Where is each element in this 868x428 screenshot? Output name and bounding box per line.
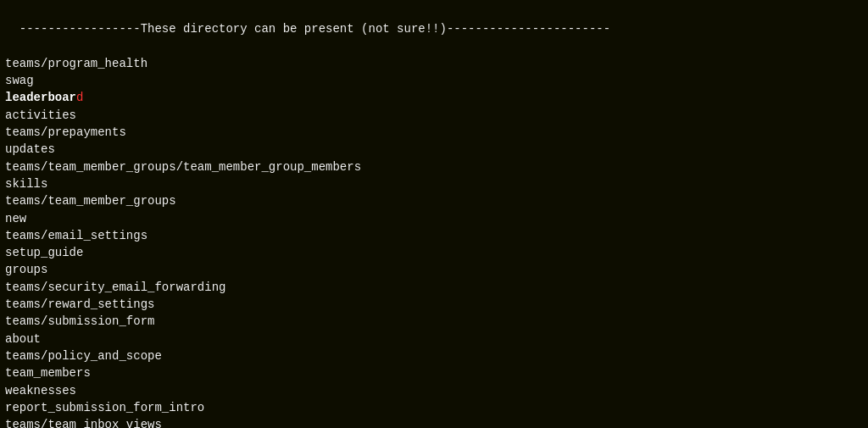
list-item: teams/team_member_groups/team_member_gro…	[5, 158, 863, 175]
entry-text: new	[5, 212, 26, 225]
list-item: setup_guide	[5, 244, 863, 261]
list-item: groups	[5, 261, 863, 278]
entry-text: teams/prepayments	[5, 125, 126, 139]
list-item: teams/team_inbox_views	[5, 416, 863, 428]
list-item: teams/email_settings	[5, 227, 863, 244]
entry-text: teams/team_member_groups	[5, 194, 176, 208]
entry-text: skills	[5, 177, 47, 191]
list-item: report_submission_form_intro	[5, 399, 863, 416]
list-item: leaderboard	[5, 89, 863, 106]
entry-text: swag	[5, 74, 34, 87]
list-item: teams/security_email_forwarding	[5, 279, 863, 296]
list-item: about	[5, 331, 863, 347]
entry-text: teams/team_member_groups/team_member_gro…	[5, 160, 361, 174]
list-item: teams/team_member_groups	[5, 192, 863, 209]
list-item: team_members	[5, 364, 863, 381]
entry-text: setup_guide	[5, 246, 83, 259]
entry-text: activities	[5, 108, 76, 122]
entries-list: teams/program_healthswagleaderboardactiv…	[5, 38, 863, 428]
entry-text: teams/email_settings	[5, 229, 147, 242]
list-item: new	[5, 210, 863, 227]
entry-text: teams/team_inbox_views	[5, 418, 162, 428]
list-item: activities	[5, 107, 863, 124]
list-item: teams/reward_settings	[5, 296, 863, 313]
entry-text: groups	[5, 263, 47, 276]
list-item: updates	[5, 141, 863, 158]
entry-text: report_submission_form_intro	[5, 401, 204, 414]
entry-text: teams/policy_and_scope	[5, 349, 162, 363]
list-item: swag	[5, 72, 863, 89]
entry-text: about	[5, 332, 41, 346]
entry-text: teams/reward_settings	[5, 297, 154, 311]
entry-text: team_members	[5, 366, 91, 380]
list-item: weaknesses	[5, 382, 863, 399]
list-item: teams/submission_form	[5, 313, 863, 330]
entry-text-bold: leaderboar	[5, 91, 76, 104]
list-item: teams/policy_and_scope	[5, 347, 863, 364]
header-line: -----------------These directory can be …	[19, 22, 610, 36]
list-item	[5, 38, 863, 55]
terminal-output: -----------------These directory can be …	[5, 3, 863, 38]
entry-text: teams/program_health	[5, 57, 147, 70]
list-item: teams/prepayments	[5, 124, 863, 141]
entry-red-marker: d	[76, 91, 83, 104]
entry-text: teams/security_email_forwarding	[5, 281, 225, 294]
entry-text: teams/submission_form	[5, 314, 154, 328]
list-item: teams/program_health	[5, 55, 863, 72]
entry-text: updates	[5, 142, 55, 156]
list-item: skills	[5, 175, 863, 192]
entry-text: weaknesses	[5, 384, 76, 397]
